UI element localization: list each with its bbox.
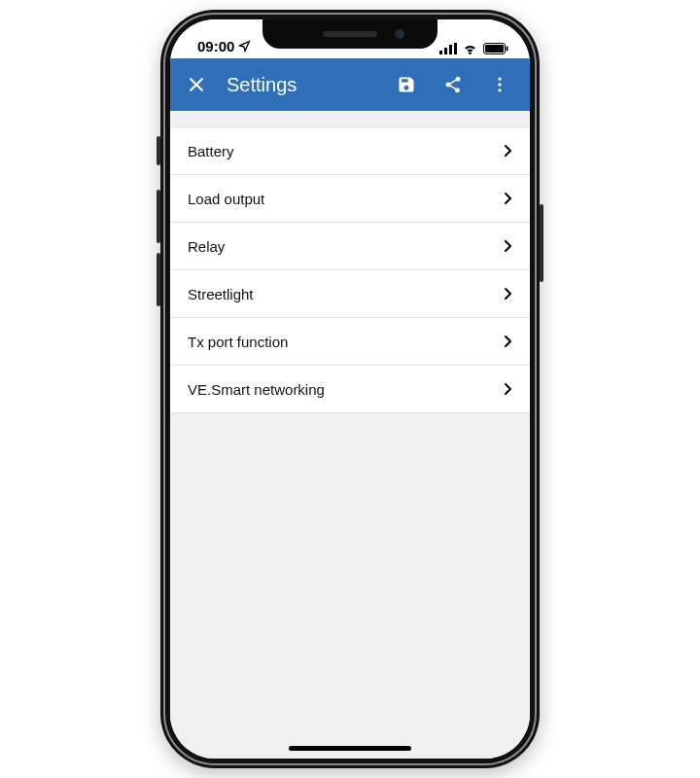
side-button [540, 204, 543, 282]
chevron-right-icon [504, 192, 512, 205]
chevron-right-icon [504, 382, 512, 396]
svg-rect-5 [485, 45, 504, 53]
home-indicator[interactable] [289, 746, 411, 751]
status-time: 09:00 [197, 38, 234, 54]
settings-item-streetlight[interactable]: Streetlight [170, 270, 530, 318]
svg-rect-3 [454, 43, 457, 54]
chevron-right-icon [504, 239, 512, 253]
cellular-icon [439, 43, 457, 54]
mute-switch [157, 136, 160, 165]
notch [262, 19, 438, 49]
screen: 09:00 [170, 19, 530, 759]
list-item-label: Relay [188, 238, 225, 255]
more-button[interactable] [479, 64, 520, 105]
settings-item-relay[interactable]: Relay [170, 223, 530, 270]
svg-rect-6 [507, 47, 508, 52]
front-camera [395, 29, 404, 39]
list-item-label: Load output [188, 191, 264, 207]
list-item-label: Tx port function [188, 334, 288, 350]
settings-list: Battery Load output Relay [170, 126, 530, 413]
status-right [439, 43, 508, 54]
page-title: Settings [227, 74, 297, 96]
battery-icon [483, 43, 508, 54]
svg-point-8 [498, 83, 501, 86]
save-button[interactable] [386, 64, 427, 105]
speaker-grille [323, 31, 377, 37]
chevron-right-icon [504, 144, 512, 158]
settings-item-tx-port[interactable]: Tx port function [170, 318, 530, 366]
volume-up-button [157, 190, 160, 243]
list-item-label: Streetlight [188, 286, 254, 302]
chevron-right-icon [504, 335, 512, 348]
list-item-label: Battery [188, 143, 234, 159]
wifi-icon [462, 43, 478, 54]
svg-rect-0 [439, 51, 442, 54]
list-item-label: VE.Smart networking [188, 381, 325, 398]
phone-frame: 09:00 [160, 10, 540, 768]
app-bar: Settings [170, 58, 530, 111]
svg-point-9 [498, 88, 501, 91]
svg-rect-1 [444, 48, 447, 54]
svg-point-7 [498, 78, 501, 81]
location-icon [238, 40, 251, 53]
settings-item-load-output[interactable]: Load output [170, 175, 530, 223]
settings-item-battery[interactable]: Battery [170, 127, 530, 175]
volume-down-button [157, 253, 160, 306]
close-button[interactable] [176, 64, 217, 105]
svg-rect-2 [449, 45, 452, 54]
settings-item-vesmart[interactable]: VE.Smart networking [170, 366, 530, 413]
content-area: Battery Load output Relay [170, 111, 530, 759]
share-button[interactable] [433, 64, 473, 105]
chevron-right-icon [504, 287, 512, 301]
status-left: 09:00 [197, 38, 251, 54]
